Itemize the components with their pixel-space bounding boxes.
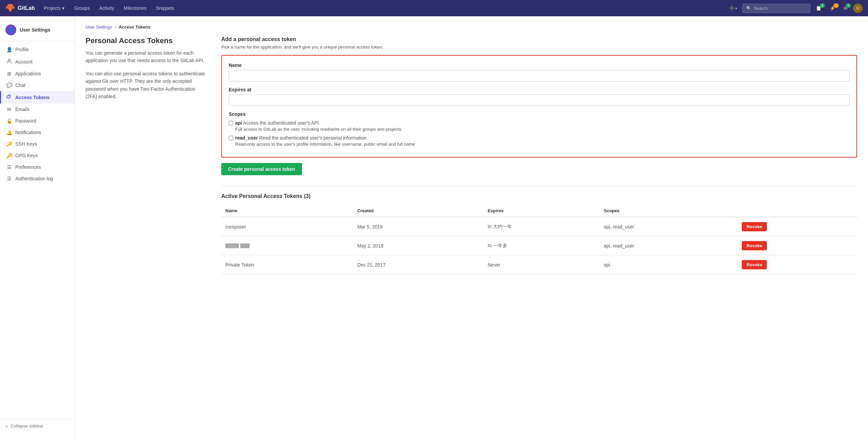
name-form-group: Name — [229, 62, 850, 81]
sidebar-item-label: Profile — [15, 47, 29, 52]
breadcrumb-parent[interactable]: User Settings — [86, 24, 112, 30]
sidebar-item-notifications[interactable]: 🔔 Notifications — [0, 127, 74, 138]
access-tokens-icon — [6, 94, 12, 101]
sidebar-item-label: Preferences — [15, 164, 41, 170]
sidebar-item-gpg-keys[interactable]: 🔑 GPG Keys — [0, 150, 74, 161]
active-tokens-title: Active Personal Access Tokens (3) — [221, 193, 857, 199]
emails-icon: ✉ — [6, 107, 12, 112]
sidebar-item-label: Applications — [15, 71, 41, 76]
profile-icon: 👤 — [6, 47, 12, 52]
form-section-title: Add a personal access token — [221, 36, 857, 42]
scope-api: api Access the authenticated user's API … — [229, 120, 850, 132]
sidebar-item-password[interactable]: 🔒 Password — [0, 115, 74, 127]
name-input[interactable] — [229, 70, 850, 81]
nav-groups[interactable]: Groups — [71, 4, 93, 12]
issues-badge: 1 — [846, 3, 851, 8]
token-created-row2: May 2, 2018 — [353, 236, 484, 255]
todos-badge: 8 — [819, 3, 825, 8]
page-description-2: You can also use personal access tokens … — [86, 70, 208, 101]
merge-requests-button[interactable]: ⚡ 1 — [827, 4, 838, 12]
nav-activity[interactable]: Activity — [96, 4, 117, 12]
tokens-table: Name Created Expires Scopes composer — [221, 205, 857, 274]
chevron-down-icon: ▾ — [62, 5, 64, 11]
create-token-button[interactable]: Create personal access token — [221, 163, 302, 175]
sidebar-header: 👤 User Settings — [0, 22, 74, 41]
collapse-icon: « — [5, 423, 8, 428]
svg-rect-1 — [7, 96, 10, 98]
sidebar-item-authentication-log[interactable]: ☰ Authentication log — [0, 173, 74, 184]
sidebar-item-emails[interactable]: ✉ Emails — [0, 104, 74, 115]
expires-input[interactable] — [229, 94, 850, 106]
logo-text: GitLab — [18, 5, 35, 11]
token-form-box: Name Expires at Scopes api — [221, 55, 857, 158]
revoke-private-button[interactable]: Revoke — [742, 260, 767, 269]
page-title: Personal Access Tokens — [86, 36, 208, 45]
todos-button[interactable]: 📋 8 — [813, 4, 824, 12]
breadcrumb-current: Access Tokens — [119, 24, 151, 30]
page-description-1: You can generate a personal access token… — [86, 49, 208, 65]
sidebar-item-label: Access Tokens — [15, 95, 50, 100]
token-created-composer: Mar 5, 2019 — [353, 217, 484, 236]
col-name: Name — [221, 205, 353, 217]
main-content: User Settings > Access Tokens Personal A… — [75, 16, 868, 438]
sidebar-item-label: Account — [15, 59, 33, 65]
sidebar-item-account[interactable]: Account — [0, 55, 74, 68]
token-scopes-row2: api, read_user — [600, 236, 738, 255]
revoke-composer-button[interactable]: Revoke — [742, 222, 767, 231]
nav-milestones[interactable]: Milestones — [120, 4, 150, 12]
new-item-button[interactable]: ➕ ▾ — [726, 4, 740, 12]
sidebar-title: User Settings — [20, 27, 50, 33]
sidebar-item-access-tokens[interactable]: Access Tokens — [0, 91, 74, 104]
revoke-row2-button[interactable]: Revoke — [742, 241, 767, 250]
table-header-row: Name Created Expires Scopes — [221, 205, 857, 217]
applications-icon: ⊞ — [6, 71, 12, 76]
scope-read-user-checkbox[interactable] — [229, 136, 233, 140]
sidebar-item-chat[interactable]: 💬 Chat — [0, 79, 74, 91]
sidebar-item-label: Chat — [15, 83, 25, 88]
token-expires-composer: In 大约一年 — [484, 217, 600, 236]
preferences-icon: ☰ — [6, 164, 12, 170]
search-bar[interactable]: 🔍 — [742, 4, 810, 13]
password-icon: 🔒 — [6, 118, 12, 124]
col-created: Created — [353, 205, 484, 217]
issues-button[interactable]: ✉ 1 — [841, 4, 850, 12]
scope-read-user-short-desc: Read the authenticated user's personal i… — [259, 135, 366, 141]
scope-read-user: read_user Read the authenticated user's … — [229, 135, 850, 147]
scope-read-user-name: read_user — [235, 135, 258, 141]
sidebar-item-label: Password — [15, 118, 36, 124]
nav-snippets[interactable]: Snippets — [152, 4, 177, 12]
chevron-down-icon: ▾ — [735, 6, 737, 10]
token-created-private: Dec 21, 2017 — [353, 255, 484, 274]
name-label: Name — [229, 62, 850, 68]
scope-api-full-desc: Full access to GitLab as the user, inclu… — [229, 126, 850, 132]
col-scopes: Scopes — [600, 205, 738, 217]
gitlab-logo[interactable]: GitLab — [5, 3, 35, 13]
sidebar-item-profile[interactable]: 👤 Profile — [0, 44, 74, 55]
breadcrumb-separator: > — [114, 24, 117, 30]
sidebar-item-label: Notifications — [15, 130, 41, 135]
token-expires-row2: In 一年多 — [484, 236, 600, 255]
sidebar-item-label: Emails — [15, 107, 30, 112]
scope-api-checkbox[interactable] — [229, 121, 233, 125]
breadcrumb: User Settings > Access Tokens — [86, 24, 857, 30]
collapse-sidebar-button[interactable]: « Collapse sidebar — [0, 419, 74, 433]
search-icon: 🔍 — [746, 6, 752, 11]
blurred-text-1 — [225, 243, 239, 248]
user-avatar[interactable]: U — [853, 3, 863, 13]
table-row: May 2, 2018 In 一年多 api, read_user Revoke — [221, 236, 857, 255]
sidebar-item-preferences[interactable]: ☰ Preferences — [0, 161, 74, 173]
search-input[interactable] — [754, 6, 801, 11]
sidebar-avatar-icon: 👤 — [5, 24, 16, 35]
sidebar-item-applications[interactable]: ⊞ Applications — [0, 68, 74, 79]
account-icon — [6, 58, 12, 65]
token-name-private: Private Token — [221, 255, 353, 274]
nav-projects[interactable]: Projects ▾ — [40, 4, 68, 12]
table-row: Private Token Dec 21, 2017 Never api Rev… — [221, 255, 857, 274]
token-expires-private: Never — [484, 255, 600, 274]
token-scopes-composer: api, read_user — [600, 217, 738, 236]
expires-label: Expires at — [229, 87, 850, 92]
scope-api-short-desc: Access the authenticated user's API — [243, 120, 319, 126]
table-row: composer Mar 5, 2019 In 大约一年 api, read_u… — [221, 217, 857, 236]
sidebar-item-ssh-keys[interactable]: 🔑 SSH Keys — [0, 138, 74, 150]
form-section-subtitle: Pick a name for the application, and we'… — [221, 44, 857, 50]
